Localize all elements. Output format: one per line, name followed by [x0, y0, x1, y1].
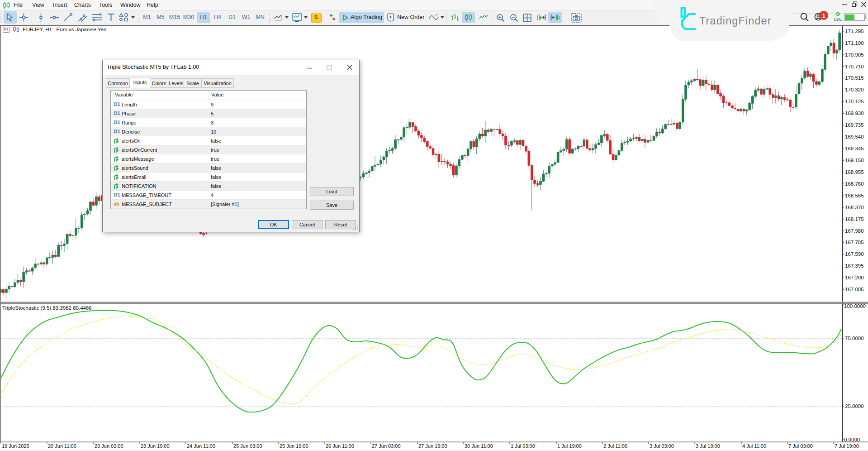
svg-text:7 Jul 19:00: 7 Jul 19:00 — [835, 443, 859, 449]
svg-text:3 Jul 03:00: 3 Jul 03:00 — [650, 443, 674, 449]
svg-text:27 Jun 03:00: 27 Jun 03:00 — [372, 443, 401, 449]
svg-text:25.0000: 25.0000 — [845, 403, 864, 409]
svg-text:170.320: 170.320 — [845, 87, 864, 92]
svg-text:168.175: 168.175 — [845, 216, 864, 222]
svg-text:167.980: 167.980 — [845, 228, 864, 234]
svg-text:167.785: 167.785 — [845, 240, 864, 245]
svg-text:25 Jun 19:00: 25 Jun 19:00 — [280, 443, 308, 449]
svg-text:LVL: LVL — [834, 17, 842, 22]
svg-text:23 Jun 19:00: 23 Jun 19:00 — [141, 443, 170, 449]
svg-text:23 Jun 03:00: 23 Jun 03:00 — [95, 443, 123, 449]
svg-text:30 Jun 11:00: 30 Jun 11:00 — [465, 443, 493, 449]
svg-text:25 Jun 03:00: 25 Jun 03:00 — [233, 443, 262, 449]
svg-text:168.760: 168.760 — [845, 181, 864, 187]
svg-text:1 Jul 19:00: 1 Jul 19:00 — [557, 443, 582, 449]
svg-text:2 Jul 11:00: 2 Jul 11:00 — [603, 443, 627, 449]
svg-text:169.150: 169.150 — [845, 158, 864, 163]
svg-text:167.395: 167.395 — [845, 263, 864, 269]
svg-text:167.005: 167.005 — [845, 287, 864, 292]
svg-text:75.0000: 75.0000 — [845, 336, 864, 341]
svg-text:7 Jul 03:00: 7 Jul 03:00 — [788, 443, 813, 449]
svg-text:3 Jul 19:00: 3 Jul 19:00 — [696, 443, 720, 449]
svg-text:24 Jun 11:00: 24 Jun 11:00 — [187, 443, 215, 449]
svg-text:4 Jul 11:00: 4 Jul 11:00 — [742, 443, 766, 449]
svg-text:1: 1 — [822, 12, 825, 19]
svg-text:170.710: 170.710 — [845, 64, 864, 69]
svg-text:0.0000: 0.0000 — [844, 437, 860, 442]
svg-text:169.540: 169.540 — [845, 134, 864, 139]
svg-text:168.955: 168.955 — [845, 169, 864, 175]
svg-text:167.590: 167.590 — [845, 251, 864, 257]
svg-text:26 Jun 11:00: 26 Jun 11:00 — [326, 443, 354, 449]
svg-text:170.515: 170.515 — [845, 75, 864, 81]
svg-text:167.200: 167.200 — [845, 275, 864, 280]
svg-text:168.565: 168.565 — [845, 193, 864, 198]
svg-text:170.905: 170.905 — [845, 52, 864, 58]
svg-text:20 Jun 11:00: 20 Jun 11:00 — [48, 443, 76, 449]
svg-text:169.735: 169.735 — [845, 122, 864, 128]
svg-text:100.0000: 100.0000 — [844, 303, 866, 309]
svg-text:27 Jun 19:00: 27 Jun 19:00 — [418, 443, 447, 449]
svg-text:169.930: 169.930 — [845, 110, 864, 116]
svg-text:170.125: 170.125 — [845, 99, 864, 104]
svg-text:1 Jul 03:00: 1 Jul 03:00 — [511, 443, 535, 449]
svg-text:168.370: 168.370 — [845, 205, 864, 210]
svg-text:TripleStochastic (9,5) 83.3982: TripleStochastic (9,5) 83.3982 80.4466 — [2, 305, 92, 311]
svg-text:TradingFinder: TradingFinder — [699, 15, 772, 27]
svg-text:169.345: 169.345 — [845, 146, 864, 151]
svg-text:19 Jun 2025: 19 Jun 2025 — [2, 443, 29, 449]
